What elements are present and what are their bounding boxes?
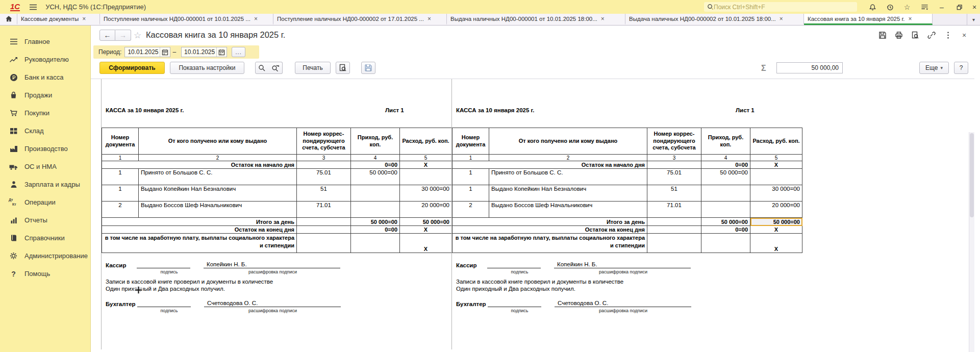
total-prihod-cell[interactable]: 50 000=00 xyxy=(701,218,750,226)
tab-close-icon[interactable]: × xyxy=(780,15,783,22)
sidebar-item-warehouse[interactable]: Склад xyxy=(0,122,90,140)
total-prihod-cell[interactable]: 50 000=00 xyxy=(351,218,400,226)
window-minimize-button[interactable]: – xyxy=(937,2,947,12)
col-counterparty[interactable]: От кого получено или кому выдано xyxy=(489,128,647,155)
scrollbar-thumb[interactable] xyxy=(970,133,974,217)
tab-close-icon[interactable]: × xyxy=(82,15,86,22)
window-restore-button[interactable] xyxy=(954,2,964,12)
sidebar-item-help[interactable]: ? Помощь xyxy=(0,265,90,283)
save-report-button[interactable] xyxy=(361,62,375,74)
including-salary-row: в том числе на заработную плату, выплаты… xyxy=(102,234,452,253)
trend-arrow-icon xyxy=(9,55,18,64)
column-numbers-row: 1 2 3 4 5 xyxy=(453,155,802,161)
sidebar-item-main[interactable]: Главное xyxy=(0,33,90,51)
tab-cash-receipt-1[interactable]: Поступление наличных НД00-000001 от 10.0… xyxy=(100,14,273,25)
col-counterparty[interactable]: От кого получено или кому выдано xyxy=(139,128,297,155)
col-expense[interactable]: Расход, руб. коп. xyxy=(400,128,452,155)
book-icon xyxy=(9,234,18,242)
col-corr-account[interactable]: Номер коррес­пондирующего счета, субсчет… xyxy=(647,128,701,155)
total-rashod-cell[interactable]: 50 000=00 xyxy=(400,218,452,226)
menu-lines-icon xyxy=(9,37,18,46)
total-rashod-cell[interactable]: 50 000=00 xyxy=(750,218,802,226)
tab-close-icon[interactable]: × xyxy=(254,15,258,22)
link-icon[interactable] xyxy=(927,31,936,40)
tab-close-icon[interactable]: × xyxy=(909,15,912,22)
sidebar-item-reports[interactable]: Отчеты xyxy=(0,211,90,229)
find-next-button[interactable] xyxy=(268,62,283,74)
calendar-icon[interactable] xyxy=(216,47,227,57)
col-doc-number[interactable]: Номер документа xyxy=(102,128,139,155)
period-range-button[interactable]: ... xyxy=(232,47,245,57)
more-button[interactable]: Еще▾ xyxy=(919,62,949,74)
person-icon xyxy=(9,180,18,189)
sidebar-item-purchases[interactable]: Покупки xyxy=(0,104,90,122)
col-doc-number[interactable]: Номер документа xyxy=(453,128,489,155)
print-icon[interactable] xyxy=(894,31,903,40)
close-form-icon[interactable]: × xyxy=(960,31,969,40)
vertical-scrollbar[interactable] xyxy=(969,132,974,352)
notifications-bell-icon[interactable] xyxy=(867,2,877,12)
calendar-icon[interactable] xyxy=(160,47,170,57)
bar-chart-icon xyxy=(9,216,18,224)
checked-line-1: Записи в кассовой книге проверил и докум… xyxy=(106,279,447,286)
main-menu-icon[interactable] xyxy=(29,4,37,11)
favorite-star-icon[interactable]: ☆ xyxy=(134,30,141,41)
col-expense[interactable]: Расход, руб. коп. xyxy=(750,128,802,155)
sidebar-item-operations[interactable]: ДтКт Операции xyxy=(0,193,90,211)
period-to-input[interactable] xyxy=(182,48,216,56)
period-from-field[interactable] xyxy=(124,47,170,57)
col-income[interactable]: Приход, руб. коп. xyxy=(701,128,750,155)
tab-cash-issue-1[interactable]: Выдача наличных НД00-000001 от 10.01.202… xyxy=(447,14,625,25)
show-settings-button[interactable]: Показать настройки xyxy=(170,62,244,74)
favorites-star-icon[interactable]: ☆ xyxy=(902,2,912,12)
sidebar-item-sales[interactable]: Продажи xyxy=(0,86,90,104)
tab-cash-book-active[interactable]: Кассовая книга за 10 января 2025 г. × xyxy=(804,14,933,25)
sidebar-item-fixed-assets[interactable]: ОС и НМА xyxy=(0,158,90,175)
signature-decode-caption: расшифровка подписи xyxy=(225,308,320,313)
tab-close-icon[interactable]: × xyxy=(428,15,431,22)
period-to-field[interactable] xyxy=(181,47,227,57)
question-icon: ? xyxy=(9,269,18,278)
tab-home[interactable] xyxy=(0,14,17,25)
more-dots-icon[interactable] xyxy=(943,31,952,40)
sum-field[interactable] xyxy=(776,62,843,73)
signature-decode-caption: расшифровка подписи xyxy=(576,269,670,274)
global-search[interactable] xyxy=(704,2,857,12)
app-title: УСН, НДС 5% (1С:Предприятие) xyxy=(45,3,146,11)
sidebar-item-bank-cash[interactable]: Банк и касса xyxy=(0,68,90,86)
tab-cash-documents[interactable]: Кассовые документы × xyxy=(17,14,100,25)
sidebar-item-salary-hr[interactable]: Зарплата и кадры xyxy=(0,175,90,193)
table-row: 1 Принято от Большов С. С. 75.01 50 000=… xyxy=(453,169,802,185)
col-income[interactable]: Приход, руб. коп. xyxy=(351,128,400,155)
window-close-button[interactable]: × xyxy=(969,2,979,12)
cashier-name: Копейкин Н. Б. xyxy=(204,261,340,268)
print-preview-button[interactable] xyxy=(336,62,350,74)
generate-button[interactable]: Сформировать xyxy=(99,62,165,74)
tab-close-icon[interactable]: × xyxy=(601,15,605,22)
search-input[interactable] xyxy=(714,4,846,11)
bag-icon xyxy=(9,91,18,99)
save-icon[interactable] xyxy=(878,31,887,40)
preview-icon[interactable] xyxy=(911,31,920,40)
col-corr-account[interactable]: Номер коррес­пондирующего счета, субсчет… xyxy=(297,128,351,155)
tab-cash-issue-2[interactable]: Выдача наличных НД00-000002 от 10.01.202… xyxy=(625,14,804,25)
cashier-label: Кассир xyxy=(106,262,130,268)
find-button[interactable] xyxy=(255,62,269,74)
sheet-number: Лист 1 xyxy=(736,107,755,113)
sidebar-item-production[interactable]: Производство xyxy=(0,140,90,158)
opening-balance-row: Остаток на начало дня 0=00 X xyxy=(453,161,802,169)
sidebar-item-manager[interactable]: Руководителю xyxy=(0,51,90,68)
history-icon[interactable] xyxy=(885,2,895,12)
sidebar-item-directories[interactable]: Справочники xyxy=(0,229,90,247)
sidebar-item-administration[interactable]: Администрирование xyxy=(0,247,90,265)
print-button[interactable]: Печать xyxy=(295,62,331,74)
tab-overflow-dropdown-icon[interactable]: ▾ xyxy=(967,14,980,25)
cart-icon xyxy=(9,109,18,117)
back-button[interactable]: ← xyxy=(99,30,115,41)
period-from-input[interactable] xyxy=(125,48,160,56)
help-button[interactable]: ? xyxy=(954,62,968,74)
tab-cash-receipt-2[interactable]: Поступление наличных НД00-000002 от 17.0… xyxy=(273,14,447,25)
header-row: Номер документа От кого получено или ком… xyxy=(102,128,452,155)
service-menu-icon[interactable] xyxy=(919,2,929,12)
forward-button[interactable]: → xyxy=(115,30,131,41)
